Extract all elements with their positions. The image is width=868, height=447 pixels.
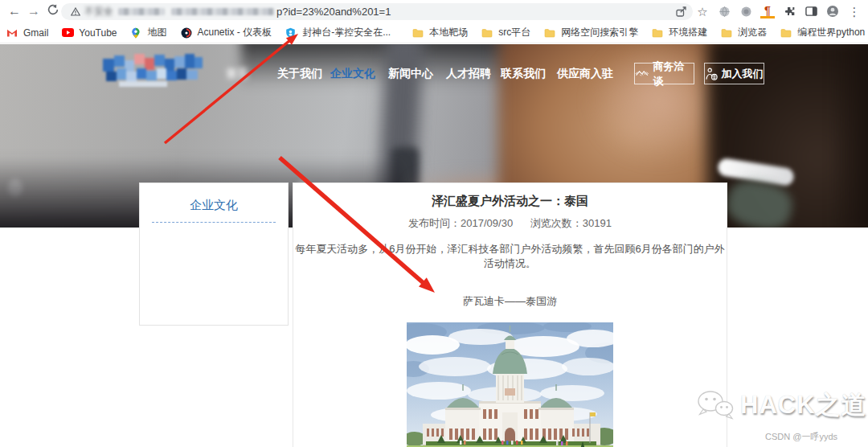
youtube-icon bbox=[62, 27, 74, 39]
shield-icon bbox=[285, 27, 297, 39]
bookmark-folder-local-range[interactable]: 本地靶场 bbox=[412, 26, 468, 39]
gmail-icon bbox=[6, 27, 18, 39]
browser-menu-icon[interactable]: ⋮ bbox=[847, 4, 862, 18]
url-bar[interactable]: 不安全 p?id=23%20and%201=1 bbox=[61, 3, 693, 20]
nav-item-culture[interactable]: 企业文化 bbox=[330, 67, 375, 81]
maps-pin-icon bbox=[131, 27, 143, 39]
nav-item-news[interactable]: 新闻中心 bbox=[388, 67, 433, 81]
browser-toolbar: ← → 不安全 p?id=23%20and%201=1 ☆ bbox=[0, 0, 868, 23]
nav-item-supplier[interactable]: 供应商入驻 bbox=[557, 67, 613, 81]
business-talk-label: 商务洽谈 bbox=[653, 59, 694, 88]
bookmark-acunetix[interactable]: Acunetix - 仪表板 bbox=[181, 26, 272, 39]
side-panel-icon[interactable] bbox=[804, 4, 818, 18]
watermark: HACK之道 bbox=[696, 388, 867, 422]
bookmark-fengshentai[interactable]: 封神台-掌控安全在... bbox=[285, 26, 391, 39]
bookmark-folder-src[interactable]: src平台 bbox=[481, 26, 530, 39]
bookmark-label: src平台 bbox=[498, 26, 530, 39]
business-talk-button[interactable]: 商务洽谈 bbox=[634, 63, 694, 84]
bookmark-star-icon[interactable]: ☆ bbox=[695, 4, 710, 18]
nav-item-recruit[interactable]: 人才招聘 bbox=[446, 67, 491, 81]
url-redacted-segment bbox=[118, 8, 165, 15]
hackbar-icon[interactable]: ¶ bbox=[760, 5, 775, 18]
extension-globe-icon[interactable] bbox=[717, 4, 731, 18]
acunetix-icon bbox=[181, 27, 193, 39]
article-meta: 发布时间：2017/09/30 浏览次数：30191 bbox=[293, 216, 727, 231]
reload-icon[interactable] bbox=[43, 4, 63, 18]
article-body: 每年夏天活动多，从6月份开始，泽汇科技各部门户外活动频繁，首先回顾6月份各部门的… bbox=[293, 242, 727, 271]
folder-icon bbox=[780, 27, 792, 39]
bookmark-folder-python[interactable]: 编程世界python bbox=[780, 26, 865, 39]
bookmark-label: 地图 bbox=[148, 26, 167, 39]
watermark-brand: HACK之道 bbox=[740, 388, 867, 422]
bookmark-label: 本地靶场 bbox=[429, 26, 468, 39]
extension-circle-icon[interactable] bbox=[739, 4, 753, 18]
bookmark-label: 编程世界python bbox=[797, 26, 865, 39]
folder-icon bbox=[481, 27, 493, 39]
extensions-puzzle-icon[interactable] bbox=[782, 4, 796, 18]
bookmark-label: Acunetix - 仪表板 bbox=[198, 26, 272, 39]
thailand-palace-photo bbox=[407, 322, 613, 447]
bookmark-youtube[interactable]: YouTube bbox=[62, 27, 117, 39]
join-us-button[interactable]: 加入我们 bbox=[704, 63, 764, 84]
toolbar-icon-group: ☆ ¶ ⋮ bbox=[674, 0, 862, 23]
article-card: 泽汇盛夏户外活动之一：泰国 发布时间：2017/09/30 浏览次数：30191… bbox=[293, 182, 727, 447]
article-views: 浏览次数：30191 bbox=[530, 217, 612, 229]
url-redacted-domain bbox=[171, 8, 274, 15]
join-us-label: 加入我们 bbox=[722, 67, 764, 81]
handshake-icon bbox=[635, 68, 649, 80]
bookmark-label: 封神台-掌控安全在... bbox=[302, 26, 391, 39]
screenshot-root: 首页 关于我们 企业文化 新闻中心 人才招聘 联系我们 供应商入驻 商务洽谈 bbox=[0, 0, 868, 447]
bookmark-folder-browser[interactable]: 浏览器 bbox=[721, 26, 767, 39]
forward-icon[interactable]: → bbox=[24, 4, 43, 18]
person-globe-icon bbox=[706, 68, 718, 80]
sidebar-item-culture[interactable]: 企业文化 bbox=[140, 198, 288, 213]
wechat-icon bbox=[696, 389, 735, 421]
bookmark-maps[interactable]: 地图 bbox=[131, 26, 167, 39]
sidebar-dashed-divider bbox=[152, 222, 276, 223]
bookmark-folder-env[interactable]: 环境搭建 bbox=[652, 26, 707, 39]
folder-icon bbox=[544, 27, 556, 39]
bookmark-label: 环境搭建 bbox=[669, 26, 707, 39]
folder-icon bbox=[652, 27, 664, 39]
nav-item-home-blurred[interactable]: 首页 bbox=[226, 67, 248, 81]
bookmark-gmail[interactable]: Gmail bbox=[6, 27, 48, 39]
article-title: 泽汇盛夏户外活动之一：泰国 bbox=[293, 194, 727, 209]
article-published: 发布时间：2017/09/30 bbox=[408, 217, 513, 229]
article-subtitle: 萨瓦迪卡——泰国游 bbox=[293, 294, 727, 309]
url-query-text: p?id=23%20and%201=1 bbox=[276, 6, 391, 18]
profile-avatar-icon[interactable] bbox=[825, 4, 840, 18]
not-secure-label-blurred: 不安全 bbox=[84, 5, 113, 18]
bookmark-label: 浏览器 bbox=[738, 26, 767, 39]
nav-item-about[interactable]: 关于我们 bbox=[277, 67, 322, 81]
bookmarks-bar: Gmail YouTube 地图 Acunetix - 仪表板 封神台-掌控安全… bbox=[0, 23, 868, 43]
bookmark-folder-search-engines[interactable]: 网络空间搜索引擎 bbox=[544, 26, 638, 39]
folder-icon bbox=[721, 27, 733, 39]
csdn-credit: CSDN @一呼yyds bbox=[765, 431, 837, 443]
share-icon[interactable] bbox=[674, 4, 688, 18]
browser-chrome: ← → 不安全 p?id=23%20and%201=1 ☆ bbox=[0, 0, 868, 44]
bookmark-label: 网络空间搜索引擎 bbox=[561, 26, 638, 39]
sidebar-card: 企业文化 bbox=[139, 182, 289, 326]
back-icon[interactable]: ← bbox=[5, 4, 24, 18]
folder-icon bbox=[412, 27, 424, 39]
bookmark-label: Gmail bbox=[23, 27, 48, 39]
nav-item-contact[interactable]: 联系我们 bbox=[501, 67, 546, 81]
not-secure-icon bbox=[71, 7, 80, 16]
bookmark-label: YouTube bbox=[79, 27, 117, 39]
